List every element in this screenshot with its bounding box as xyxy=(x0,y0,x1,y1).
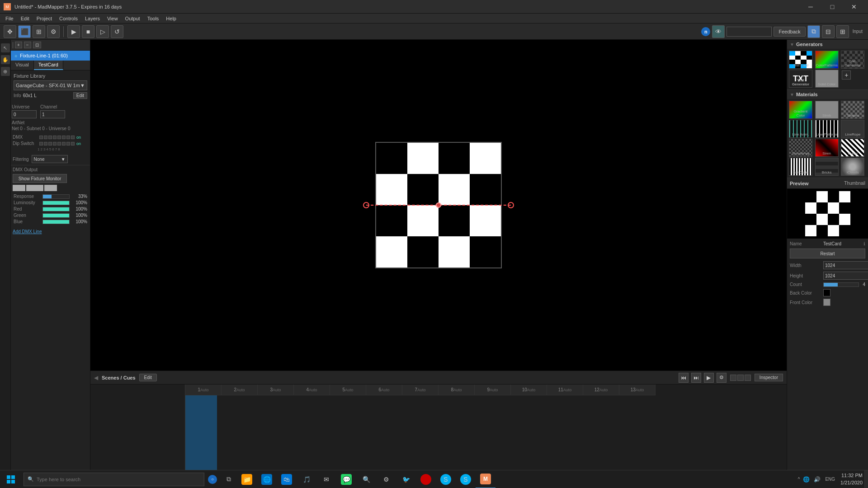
dip-3[interactable] xyxy=(48,142,52,145)
step-button[interactable]: ▷ xyxy=(96,25,109,38)
mat-siren[interactable]: Siren xyxy=(815,139,839,157)
canvas-viewport[interactable] xyxy=(90,40,787,371)
scenes-collapse-icon[interactable]: ◀ xyxy=(94,375,98,381)
mat-linerope[interactable]: LineRope xyxy=(841,120,864,138)
menu-help[interactable]: Help xyxy=(162,15,180,22)
pointer-tool-icon[interactable]: ↖ xyxy=(1,43,10,52)
scene-col-11[interactable]: 11Auto xyxy=(547,385,583,395)
tray-network-icon[interactable]: 🌐 xyxy=(802,475,811,484)
menu-layers[interactable]: Layers xyxy=(81,15,104,22)
taskbar-app-explorer[interactable]: 📁 xyxy=(237,470,257,488)
right-handle[interactable] xyxy=(508,202,514,208)
search-bar[interactable]: 🔍 xyxy=(24,473,204,486)
mat-line-anim[interactable]: Line Anim. xyxy=(789,120,812,138)
mat-gradient-color[interactable]: Gradient Color xyxy=(789,101,812,119)
taskbar-app-bird[interactable]: 🐦 xyxy=(396,470,416,488)
n-button[interactable]: n xyxy=(701,27,710,36)
menu-output[interactable]: Output xyxy=(122,15,144,22)
dip-4[interactable] xyxy=(53,142,57,145)
mat-line-patterns[interactable]: Line Patterns xyxy=(815,120,839,138)
dip-8[interactable] xyxy=(71,142,75,145)
rewind-button[interactable]: ⏮ xyxy=(679,373,689,383)
restart-button[interactable]: Restart xyxy=(790,249,865,258)
scene-col-6[interactable]: 6Auto xyxy=(366,385,402,395)
scene-col-2[interactable]: 2Auto xyxy=(222,385,258,395)
taskbar-app-whatsapp[interactable]: 💬 xyxy=(336,470,356,488)
fixture-tool-icon[interactable]: ⊕ xyxy=(1,67,10,76)
edit-cues-button[interactable]: Edit xyxy=(139,374,157,381)
add-dmx-line-button[interactable]: Add DMX Line xyxy=(11,227,90,236)
view-toggle-button[interactable]: ⊟ xyxy=(822,25,835,38)
red-slider[interactable] xyxy=(42,207,70,211)
taskbar-app-skype2[interactable]: S xyxy=(456,470,476,488)
mat-strob[interactable]: Strob xyxy=(815,101,839,119)
fixture-remove-button[interactable]: − xyxy=(24,42,31,48)
menu-tools[interactable]: Tools xyxy=(144,15,163,22)
mat-bricks[interactable]: Bricks xyxy=(815,158,839,176)
fixture-add-button[interactable]: + xyxy=(15,42,22,48)
menu-controls[interactable]: Controls xyxy=(56,15,81,22)
scene-col-1[interactable]: 1Auto xyxy=(185,385,222,395)
mat-collapse-icon[interactable]: ▼ xyxy=(790,92,794,97)
play-button[interactable]: ▶ xyxy=(67,25,80,38)
output-button[interactable]: ⧉ xyxy=(807,25,820,38)
taskbar-app-settings[interactable]: ⚙ xyxy=(376,470,396,488)
taskbar-app-music[interactable]: 🎵 xyxy=(297,470,316,488)
start-button[interactable] xyxy=(0,470,22,488)
channel-input[interactable] xyxy=(40,110,65,118)
scene-col-10[interactable]: 10Auto xyxy=(511,385,547,395)
gen-grid-generator[interactable]: Grid-Generator xyxy=(841,51,864,69)
scene-col-9[interactable]: 9Auto xyxy=(475,385,511,395)
cortana-button[interactable]: ○ xyxy=(204,470,221,488)
scene-col-7[interactable]: 7Auto xyxy=(402,385,439,395)
filtering-select[interactable]: None ▼ xyxy=(32,155,68,163)
output-selector[interactable] xyxy=(726,27,772,37)
stop-button[interactable]: ■ xyxy=(82,25,94,38)
inspector-info-icon[interactable]: ℹ xyxy=(863,241,865,246)
gen-collapse-icon[interactable]: ▼ xyxy=(790,42,794,47)
scene-col-13[interactable]: 13Auto xyxy=(619,385,656,395)
taskbar-app-skype1[interactable]: S xyxy=(436,470,456,488)
dip-6[interactable] xyxy=(62,142,66,145)
count-slider[interactable] xyxy=(823,282,859,287)
view-toggle2-button[interactable]: ⊞ xyxy=(836,25,849,38)
settings-tool-button[interactable]: ⚙ xyxy=(47,25,60,38)
eye-button[interactable]: 👁 xyxy=(712,25,725,38)
fixture-expand-button[interactable]: ⊡ xyxy=(33,42,41,48)
menu-file[interactable]: File xyxy=(2,15,17,22)
fixture-edit-button[interactable]: Edit xyxy=(73,92,87,99)
feedback-button[interactable]: Feedback xyxy=(774,27,805,37)
tray-volume-icon[interactable]: 🔊 xyxy=(812,475,821,484)
taskbar-app-madmapper[interactable]: M xyxy=(476,470,495,488)
scene-col-5[interactable]: 5Auto xyxy=(330,385,366,395)
fixture-tool-button[interactable]: ⊞ xyxy=(33,25,45,38)
luminosity-slider[interactable] xyxy=(42,201,70,205)
mat-iclouds[interactable]: iClouds xyxy=(841,158,864,176)
scene-col-4[interactable]: 4Auto xyxy=(294,385,330,395)
mat-sinusarray[interactable]: SinusArray xyxy=(789,139,812,157)
taskbar-app-mail[interactable]: ✉ xyxy=(316,470,336,488)
scene-col-8[interactable]: 8Auto xyxy=(439,385,475,395)
menu-edit[interactable]: Edit xyxy=(17,15,33,22)
play-transport-button[interactable]: ▶ xyxy=(704,373,714,383)
height-input[interactable] xyxy=(823,272,868,280)
tray-show-hidden-button[interactable]: ^ xyxy=(798,477,800,482)
show-desktop-button[interactable] xyxy=(864,470,868,488)
scene-col-12[interactable]: 12Auto xyxy=(583,385,619,395)
loop-button[interactable]: ↺ xyxy=(111,25,123,38)
taskbar-app-circle1[interactable] xyxy=(416,470,436,488)
minimize-button[interactable]: ─ xyxy=(800,0,821,14)
gen-add-button[interactable]: + xyxy=(842,70,851,80)
scene-col-3[interactable]: 3Auto xyxy=(258,385,294,395)
maximize-button[interactable]: □ xyxy=(822,0,843,14)
mat-barcode[interactable]: Bar Code xyxy=(789,158,812,176)
gen-colorpatterns[interactable]: ColorPatterns xyxy=(815,51,839,69)
front-color-swatch[interactable] xyxy=(823,299,830,306)
forward-button[interactable]: ⏭ xyxy=(691,373,701,383)
menu-view[interactable]: View xyxy=(104,15,122,22)
show-fixture-monitor-button[interactable]: Show Fixture Monitor xyxy=(13,174,67,183)
transport-settings-button[interactable]: ⚙ xyxy=(717,373,726,383)
taskbar-app-chrome[interactable]: 🔍 xyxy=(356,470,376,488)
gen-testcard[interactable]: Test Card xyxy=(789,51,812,69)
fixture-dropdown[interactable]: GarageCube - SFX-01 W 1m ▼ xyxy=(14,80,87,90)
